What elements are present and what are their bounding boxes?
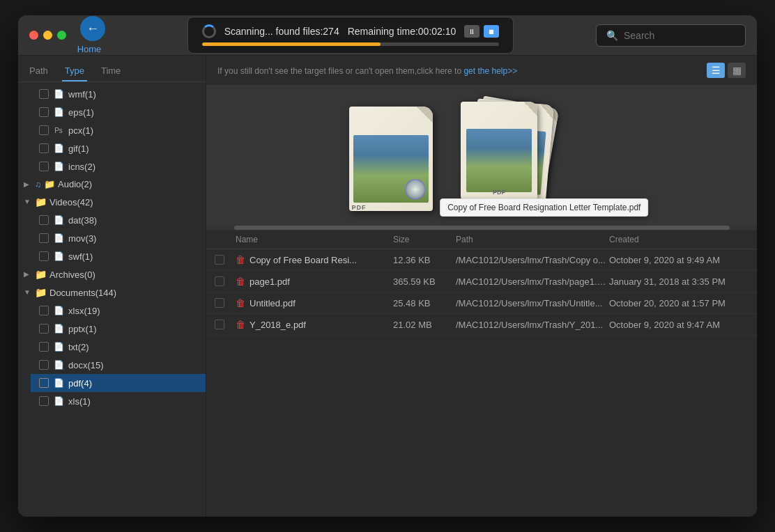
sidebar-item-mov[interactable]: 📄 mov(3) xyxy=(31,229,206,247)
main-panel: If you still don't see the target files … xyxy=(206,56,757,517)
label-txt: txt(2) xyxy=(68,342,89,352)
expand-arrow-archives: ▶ xyxy=(24,270,32,279)
minimize-button[interactable] xyxy=(43,31,52,40)
stop-button[interactable]: ⏹ xyxy=(484,25,499,38)
label-gif: gif(1) xyxy=(68,143,89,154)
label-swf: swf(1) xyxy=(68,251,93,262)
sidebar-item-xls[interactable]: 📄 xls(1) xyxy=(31,392,206,410)
sidebar-item-videos[interactable]: ▼ 📁 Videos(42) xyxy=(18,193,206,211)
trash-icon-1: 🗑 xyxy=(236,276,245,287)
checkbox-pptx[interactable] xyxy=(39,324,49,334)
folder-icon-audio: 📁 xyxy=(44,179,55,189)
content-area: Path Type Time 📄 wmf(1) 📄 eps(1) xyxy=(18,56,757,517)
tab-type[interactable]: Type xyxy=(62,61,87,81)
table-row: 🗑 Copy of Free Board Resi... 12.36 KB /M… xyxy=(206,249,757,271)
sidebar-item-pcx[interactable]: Ps pcx(1) xyxy=(31,121,206,139)
sidebar-item-docx[interactable]: 📄 docx(15) xyxy=(31,356,206,374)
sidebar-item-dat[interactable]: 📄 dat(38) xyxy=(31,211,206,229)
row-checkbox-0[interactable] xyxy=(215,255,224,265)
sidebar-item-audio[interactable]: ▶ ♫ 📁 Audio(2) xyxy=(18,175,206,193)
label-mov: mov(3) xyxy=(68,233,96,244)
checkbox-dat[interactable] xyxy=(39,215,49,225)
label-wmf: wmf(1) xyxy=(68,89,96,100)
home-button[interactable]: ← xyxy=(80,16,105,41)
pause-button[interactable]: ⏸ xyxy=(464,25,479,38)
home-label: Home xyxy=(77,44,102,54)
file-name-1: 🗑 page1.pdf xyxy=(236,276,393,287)
checkbox-swf[interactable] xyxy=(39,251,49,261)
file-icon-pdf: 📄 xyxy=(53,377,64,389)
scan-controls: ⏸ ⏹ xyxy=(464,25,499,38)
sidebar-item-documents[interactable]: ▼ 📁 Documents(144) xyxy=(18,283,206,302)
title-bar: ← Home Scanning... found files:274 Remai… xyxy=(18,15,757,56)
checkbox-pdf[interactable] xyxy=(39,378,49,388)
folder-icon-videos: 📁 xyxy=(35,196,47,208)
checkbox-txt[interactable] xyxy=(39,342,49,352)
tab-time[interactable]: Time xyxy=(98,61,123,81)
path-0: /MAC1012/Users/lmx/Trash/Copy o... xyxy=(456,255,609,265)
horizontal-scrollbar[interactable] xyxy=(206,225,757,230)
checkbox-pcx[interactable] xyxy=(39,125,49,135)
label-xls: xls(1) xyxy=(68,396,91,407)
label-archives: Archives(0) xyxy=(49,269,95,280)
file-icon-mov: 📄 xyxy=(53,233,64,244)
label-audio: Audio(2) xyxy=(58,179,92,189)
tab-path[interactable]: Path xyxy=(26,61,51,81)
checkbox-xls[interactable] xyxy=(39,396,49,406)
sidebar-item-wmf[interactable]: 📄 wmf(1) xyxy=(31,85,206,103)
name-text-1: page1.pdf xyxy=(250,276,290,287)
scan-spinner xyxy=(202,24,216,38)
list-view-button[interactable]: ☰ xyxy=(707,63,725,78)
scan-found-text: Scanning... found files:274 xyxy=(224,26,339,37)
row-checkbox-3[interactable] xyxy=(215,320,224,329)
file-icon-txt: 📄 xyxy=(53,341,64,352)
checkbox-mov[interactable] xyxy=(39,233,49,243)
sidebar-item-gif[interactable]: 📄 gif(1) xyxy=(31,139,206,157)
pdf-stack-front: PDF xyxy=(461,102,537,199)
close-button[interactable] xyxy=(29,31,38,40)
sidebar-item-archives[interactable]: ▶ 📁 Archives(0) xyxy=(18,265,206,283)
checkbox-xlsx[interactable] xyxy=(39,306,49,315)
sidebar-item-pdf[interactable]: 📄 pdf(4) xyxy=(31,374,206,392)
expand-arrow-audio: ▶ xyxy=(24,180,32,189)
file-icon-xlsx: 📄 xyxy=(53,305,64,316)
pdf-thumbnail-main: PDF xyxy=(349,107,440,218)
preview-tooltip: Copy of Free Board Resignation Letter Te… xyxy=(440,198,648,217)
sidebar-item-txt[interactable]: 📄 txt(2) xyxy=(31,338,206,356)
pdf-label-main: PDF xyxy=(352,204,367,211)
col-header-path: Path xyxy=(456,235,609,244)
sidebar-item-pptx[interactable]: 📄 pptx(1) xyxy=(31,320,206,338)
pdf-lens xyxy=(405,179,426,200)
pdf-stack-img-front xyxy=(466,129,532,192)
col-header-name: Name xyxy=(236,235,393,244)
progress-fill xyxy=(202,42,381,46)
checkbox-wmf[interactable] xyxy=(39,89,49,99)
checkbox-gif[interactable] xyxy=(39,143,49,153)
search-box[interactable]: 🔍 xyxy=(596,24,746,47)
scroll-thumb[interactable] xyxy=(234,226,730,230)
help-link[interactable]: get the help>> xyxy=(463,66,517,76)
row-checkbox-1[interactable] xyxy=(215,276,224,286)
sidebar-item-xlsx[interactable]: 📄 xlsx(19) xyxy=(31,302,206,320)
file-name-0: 🗑 Copy of Free Board Resi... xyxy=(236,254,393,265)
checkbox-docx[interactable] xyxy=(39,360,49,370)
file-icon-xls: 📄 xyxy=(53,396,64,407)
file-icon-gif: 📄 xyxy=(53,143,64,154)
search-input[interactable] xyxy=(624,30,735,41)
sidebar-item-swf[interactable]: 📄 swf(1) xyxy=(31,247,206,265)
file-icon-docx: 📄 xyxy=(53,359,64,370)
name-text-2: Untitled.pdf xyxy=(250,298,296,308)
grid-view-button[interactable]: ▦ xyxy=(728,63,746,78)
name-text-3: Y_2018_e.pdf xyxy=(250,320,306,330)
file-icon-wmf: 📄 xyxy=(53,88,64,100)
checkbox-eps[interactable] xyxy=(39,107,49,117)
maximize-button[interactable] xyxy=(57,31,66,40)
label-pcx: pcx(1) xyxy=(68,125,93,136)
row-checkbox-2[interactable] xyxy=(215,298,224,308)
home-container: ← Home xyxy=(75,16,105,54)
pdf-stack-label-front: PDF xyxy=(493,189,505,196)
checkbox-icns[interactable] xyxy=(39,162,49,171)
sidebar-item-icns[interactable]: 📄 icns(2) xyxy=(31,157,206,175)
scan-top: Scanning... found files:274 Remaining ti… xyxy=(202,24,500,38)
sidebar-item-eps[interactable]: 📄 eps(1) xyxy=(31,103,206,121)
